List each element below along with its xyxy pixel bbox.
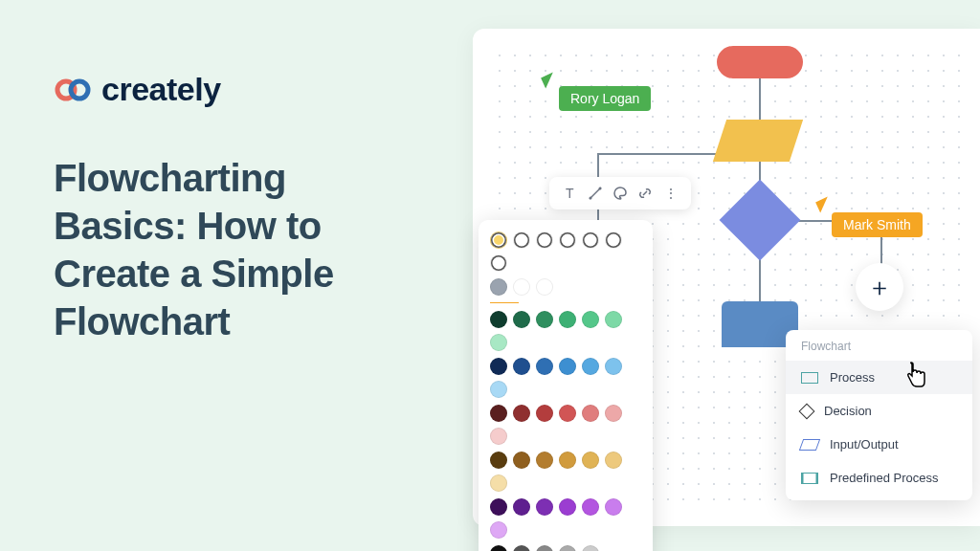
color-swatch[interactable]: [582, 311, 599, 328]
color-swatch[interactable]: [536, 452, 553, 469]
line-tool-icon[interactable]: [587, 185, 604, 202]
io-shape-icon: [799, 439, 820, 451]
color-swatch[interactable]: [513, 545, 530, 551]
color-swatch[interactable]: [536, 498, 553, 516]
color-swatch[interactable]: [559, 545, 576, 551]
color-swatch[interactable]: [490, 358, 507, 375]
color-swatch[interactable]: [536, 231, 553, 249]
color-swatch[interactable]: [605, 498, 622, 516]
connector-line: [759, 78, 761, 121]
color-swatch[interactable]: [605, 405, 622, 422]
color-swatch[interactable]: [490, 311, 507, 328]
color-swatch[interactable]: [559, 311, 576, 328]
swatch-row: [490, 278, 641, 296]
link-tool-icon[interactable]: [636, 185, 654, 202]
color-swatch[interactable]: [490, 381, 507, 398]
color-swatch[interactable]: [490, 254, 507, 272]
shape-picker-menu: Flowchart Process Decision Input/Output …: [786, 330, 972, 500]
pointer-hand-icon: [903, 362, 928, 396]
color-swatch[interactable]: [536, 545, 553, 551]
color-swatch[interactable]: [490, 405, 507, 422]
color-swatch[interactable]: [605, 311, 622, 328]
swatch-row: [490, 405, 641, 445]
shape-menu-label: Decision: [824, 404, 872, 418]
color-swatch[interactable]: [605, 358, 622, 375]
collaborator-cursor: Mark Smith: [832, 212, 923, 237]
color-swatch[interactable]: [559, 405, 576, 422]
collaborator-cursor: Rory Logan: [559, 86, 651, 111]
swatch-row: [490, 545, 641, 551]
more-tool-icon[interactable]: ⋮: [662, 185, 679, 202]
color-swatch[interactable]: [513, 498, 530, 516]
flowchart-terminator-shape[interactable]: [717, 46, 803, 78]
predefined-shape-icon: [801, 473, 818, 484]
collaborator-name: Mark Smith: [843, 217, 911, 232]
color-swatch[interactable]: [582, 405, 599, 422]
plus-icon: ＋: [867, 271, 892, 304]
collaborator-name: Rory Logan: [570, 91, 639, 106]
color-swatch[interactable]: [490, 231, 507, 249]
color-swatch[interactable]: [490, 521, 507, 539]
palette-tool-icon[interactable]: [612, 185, 629, 202]
color-swatch[interactable]: [536, 405, 553, 422]
color-swatch[interactable]: [513, 452, 530, 469]
color-swatch[interactable]: [536, 278, 553, 296]
color-swatch[interactable]: [559, 498, 576, 516]
color-swatch[interactable]: [490, 334, 507, 351]
context-toolbar: T ⋮: [549, 177, 691, 209]
shape-menu-label: Predefined Process: [830, 471, 938, 485]
editor-canvas[interactable]: Rory Logan Mark Smith T ⋮ ＋ Flowcha: [473, 29, 980, 526]
color-swatch[interactable]: [513, 405, 530, 422]
color-swatch[interactable]: [490, 545, 507, 551]
color-swatch[interactable]: [513, 358, 530, 375]
swatch-row: [490, 311, 641, 351]
color-swatch[interactable]: [513, 278, 530, 296]
color-swatch[interactable]: [582, 545, 599, 551]
color-swatch[interactable]: [605, 452, 622, 469]
color-swatch[interactable]: [559, 358, 576, 375]
swatch-row: [490, 498, 641, 539]
svg-point-3: [598, 187, 601, 190]
shape-menu-label: Process: [830, 370, 875, 385]
color-swatch[interactable]: [605, 231, 622, 249]
text-tool-icon[interactable]: T: [561, 185, 578, 202]
shape-menu-item-process[interactable]: Process: [786, 361, 972, 394]
swatch-row: [490, 231, 641, 272]
swatch-row: [490, 358, 641, 398]
logo-icon: [54, 77, 94, 102]
brand-name: creately: [101, 71, 221, 108]
color-swatch[interactable]: [490, 452, 507, 469]
color-swatch[interactable]: [536, 358, 553, 375]
color-swatch[interactable]: [559, 231, 576, 249]
palette-divider: [490, 302, 519, 303]
color-swatch[interactable]: [559, 452, 576, 469]
shape-menu-item-predefined[interactable]: Predefined Process: [786, 461, 972, 495]
shape-menu-title: Flowchart: [786, 340, 972, 361]
add-shape-button[interactable]: ＋: [856, 263, 903, 311]
color-swatch[interactable]: [582, 452, 599, 469]
shape-menu-item-decision[interactable]: Decision: [786, 394, 972, 428]
process-shape-icon: [801, 372, 818, 384]
color-swatch[interactable]: [536, 311, 553, 328]
color-swatch[interactable]: [582, 231, 599, 249]
color-swatch[interactable]: [490, 428, 507, 445]
swatch-row: [490, 452, 641, 492]
color-swatch[interactable]: [513, 311, 530, 328]
color-swatch[interactable]: [582, 358, 599, 375]
brand-logo: creately: [54, 71, 417, 108]
color-swatch[interactable]: [490, 474, 507, 492]
decision-shape-icon: [799, 403, 815, 419]
shape-menu-label: Input/Output: [830, 437, 899, 452]
page-title: Flowcharting Basics: How to Create a Sim…: [54, 154, 417, 345]
flowchart-io-shape[interactable]: [713, 120, 803, 162]
color-swatch[interactable]: [490, 278, 507, 296]
svg-point-2: [589, 197, 591, 200]
color-swatch[interactable]: [490, 498, 507, 516]
color-palette-panel: [479, 220, 653, 551]
shape-menu-item-io[interactable]: Input/Output: [786, 428, 972, 461]
color-swatch[interactable]: [582, 498, 599, 516]
color-swatch[interactable]: [513, 231, 530, 249]
